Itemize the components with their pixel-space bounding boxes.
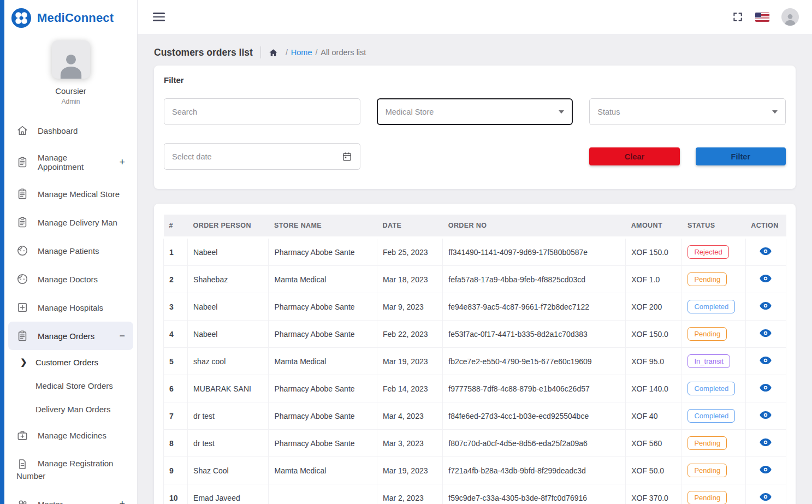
medical-store-select[interactable]: Medical Store <box>377 98 573 125</box>
eye-icon[interactable] <box>760 356 772 365</box>
date-cell: Mar 19, 2023 <box>377 348 443 375</box>
status-select[interactable]: Status <box>589 98 786 125</box>
clipboard-icon <box>16 216 28 228</box>
breadcrumb-current: All orders list <box>321 48 366 57</box>
sidebar-item-label: Customer Orders <box>35 358 98 367</box>
collapse-icon[interactable]: − <box>119 331 125 341</box>
fullscreen-icon[interactable] <box>732 11 743 22</box>
status-badge: Pending <box>687 272 727 286</box>
row-number: 10 <box>164 484 188 504</box>
expand-icon[interactable]: + <box>119 157 125 167</box>
sidebar-item-manage-registration-number[interactable]: Manage Registration Number <box>4 449 137 490</box>
amount-cell: XOF 560 <box>626 430 682 457</box>
search-input[interactable]: Search <box>164 98 360 125</box>
eye-icon[interactable] <box>760 411 772 419</box>
sidebar-item-manage-delivery-man[interactable]: Manage Delivery Man <box>4 208 137 236</box>
profile-avatar[interactable] <box>52 40 90 79</box>
sidebar-item-label: Manage Doctors <box>38 275 98 284</box>
clear-button[interactable]: Clear <box>589 147 679 165</box>
status-badge: Completed <box>687 382 735 395</box>
date-cell: Mar 19, 2023 <box>377 457 443 484</box>
table-row: 5shaz coolMamta MedicalMar 19, 2023fb2ce… <box>164 348 786 375</box>
eye-icon[interactable] <box>760 465 772 474</box>
home-icon[interactable] <box>269 48 278 57</box>
filter-buttons: Clear Filter <box>589 143 786 170</box>
sidebar-item-manage-medical-store[interactable]: Manage Medical Store <box>4 180 137 208</box>
brand-logo[interactable]: MediConnect <box>4 0 137 34</box>
eye-icon[interactable] <box>760 329 772 337</box>
order-person-cell: dr test <box>188 430 269 457</box>
face-icon <box>16 273 28 285</box>
eye-icon[interactable] <box>760 493 772 501</box>
clipboard-icon <box>16 188 28 200</box>
filter-title: Filter <box>164 75 786 85</box>
person-icon <box>56 49 86 79</box>
filter-button[interactable]: Filter <box>696 147 786 165</box>
date-cell: Mar 4, 2023 <box>377 402 443 430</box>
medical-store-placeholder: Medical Store <box>386 108 434 116</box>
sidebar-item-manage-hospitals[interactable]: Manage Hospitals <box>4 293 137 322</box>
chevron-down-icon <box>772 110 778 114</box>
order-person-cell: shaz cool <box>188 348 269 375</box>
sidebar-item-delivery-man-orders[interactable]: Delivery Man Orders <box>4 398 137 421</box>
table-row: 6MUBARAK SANIPharmacy Abobe SanteFeb 14,… <box>164 375 786 402</box>
action-cell <box>745 321 786 348</box>
date-cell: Feb 25, 2023 <box>377 238 443 266</box>
sidebar-item-manage-patients[interactable]: Manage Patients <box>4 236 137 265</box>
sidebar-item-label: Manage Orders <box>38 331 94 341</box>
order-no-cell: ff341490-1141-4097-9d69-17f580b0587e <box>443 238 626 266</box>
filter-panel: Filter Search Medical Store Status Selec… <box>154 66 796 189</box>
date-picker-input[interactable]: Select date <box>164 143 360 170</box>
table-row: 7dr testPharmacy Abobe SanteMar 4, 2023f… <box>164 402 786 430</box>
hamburger-icon[interactable] <box>153 13 165 21</box>
eye-icon[interactable] <box>760 247 772 256</box>
store-name-cell: Mamta Medical <box>269 266 377 293</box>
amount-cell: XOF 50.0 <box>626 457 682 484</box>
order-no-cell: f59c9de7-c33a-4305-b3de-8f7fc0d76916 <box>443 484 626 504</box>
us-flag-icon[interactable] <box>755 13 769 22</box>
main-content: Customers orders list / Home / All order… <box>138 34 812 504</box>
status-badge: Rejected <box>687 245 728 259</box>
eye-icon[interactable] <box>760 438 772 447</box>
sidebar-nav: DashboardManage Appointment+Manage Medic… <box>4 116 137 504</box>
status-cell: Pending <box>682 430 745 457</box>
sidebar-item-manage-doctors[interactable]: Manage Doctors <box>4 265 137 293</box>
column-header-amount: AMOUNT <box>626 215 682 238</box>
sidebar-item-label: Delivery Man Orders <box>35 405 111 414</box>
sidebar-item-manage-appointment[interactable]: Manage Appointment+ <box>4 145 137 180</box>
eye-icon[interactable] <box>760 383 772 392</box>
people-icon <box>16 498 28 504</box>
sidebar-item-master[interactable]: Master+ <box>4 490 137 504</box>
sidebar-item-medical-store-orders[interactable]: Medical Store Orders <box>4 374 137 398</box>
order-no-cell: fe94e837-9ac5-4c87-9661-f72b8dec7122 <box>443 293 626 321</box>
order-person-cell: Nabeel <box>188 238 269 266</box>
topbar-actions <box>732 8 799 26</box>
sidebar-item-manage-orders[interactable]: Manage Orders− <box>8 322 133 350</box>
status-cell: Completed <box>682 293 745 321</box>
table-row: 9Shaz CoolMamta MedicalMar 19, 2023f721a… <box>164 457 786 484</box>
title-divider <box>260 46 261 58</box>
eye-icon[interactable] <box>760 274 772 283</box>
order-person-cell: MUBARAK SANI <box>188 375 269 402</box>
sidebar-item-manage-medicines[interactable]: Manage Medicines <box>4 421 137 449</box>
sidebar-item-dashboard[interactable]: Dashboard <box>4 116 137 145</box>
sidebar-item-label: Medical Store Orders <box>35 381 113 390</box>
sidebar-item-label: Dashboard <box>38 126 78 135</box>
expand-icon[interactable]: + <box>119 499 125 504</box>
date-cell: Mar 18, 2023 <box>377 266 443 293</box>
amount-cell: XOF 200 <box>626 293 682 321</box>
page-header: Customers orders list / Home / All order… <box>154 46 796 58</box>
sidebar-item-customer-orders[interactable]: ❯Customer Orders <box>4 350 137 374</box>
order-person-cell: Emad Javeed <box>188 484 269 504</box>
order-no-cell: fe53f7ac-0f17-4471-b335-8d2a1c70d383 <box>443 321 626 348</box>
brand-strip <box>0 0 4 504</box>
eye-icon[interactable] <box>760 301 772 310</box>
status-placeholder: Status <box>597 108 620 116</box>
date-cell: Mar 9, 2023 <box>377 293 443 321</box>
breadcrumb-home-link[interactable]: Home <box>291 48 312 57</box>
status-cell: Pending <box>682 321 745 348</box>
calendar-icon[interactable] <box>342 151 352 162</box>
user-avatar-icon[interactable] <box>781 8 799 26</box>
chevron-down-icon <box>559 110 564 114</box>
action-cell <box>745 457 786 484</box>
